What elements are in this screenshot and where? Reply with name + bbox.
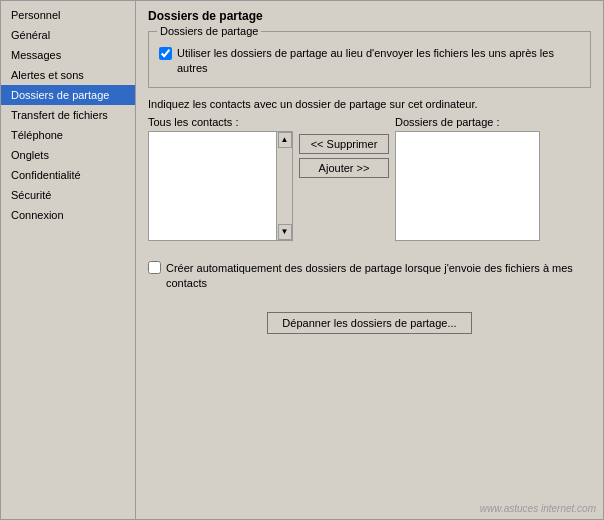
sidebar-item-securite[interactable]: Sécurité — [1, 185, 135, 205]
sidebar-item-personnel[interactable]: Personnel — [1, 5, 135, 25]
listbox-scrollbar[interactable]: ▲ ▼ — [276, 132, 292, 240]
sidebar-item-confidentialite[interactable]: Confidentialité — [1, 165, 135, 185]
checkbox1-row: Utiliser les dossiers de partage au lieu… — [159, 46, 580, 77]
contacts-description: Indiquez les contacts avec un dossier de… — [148, 98, 591, 110]
troubleshoot-button[interactable]: Dépanner les dossiers de partage... — [267, 312, 471, 334]
remove-button[interactable]: << Supprimer — [299, 134, 389, 154]
scroll-up-arrow[interactable]: ▲ — [278, 132, 292, 148]
troubleshoot-container: Dépanner les dossiers de partage... — [148, 312, 591, 334]
all-contacts-col: Tous les contacts : ▲ ▼ — [148, 116, 293, 241]
all-contacts-listbox[interactable]: ▲ ▼ — [148, 131, 293, 241]
share-folders-listbox[interactable] — [395, 131, 540, 241]
checkbox2-input[interactable] — [148, 261, 161, 274]
sidebar-item-onglets[interactable]: Onglets — [1, 145, 135, 165]
checkbox1-input[interactable] — [159, 47, 172, 60]
sidebar-item-messages[interactable]: Messages — [1, 45, 135, 65]
sidebar: Personnel Général Messages Alertes et so… — [1, 1, 136, 519]
action-buttons: << Supprimer Ajouter >> — [299, 116, 389, 178]
content-area: Dossiers de partage Dossiers de partage … — [136, 1, 603, 519]
share-folders-col: Dossiers de partage : — [395, 116, 540, 241]
share-folders-label: Dossiers de partage : — [395, 116, 540, 128]
watermark: www.astuces internet.com — [480, 503, 596, 514]
contacts-columns: Tous les contacts : ▲ ▼ << Supprimer Ajo… — [148, 116, 591, 241]
checkbox2-row: Créer automatiquement des dossiers de pa… — [148, 261, 591, 292]
scroll-down-arrow[interactable]: ▼ — [278, 224, 292, 240]
bottom-section: Créer automatiquement des dossiers de pa… — [148, 261, 591, 334]
page-title: Dossiers de partage — [148, 9, 591, 23]
sidebar-item-dossiers[interactable]: Dossiers de partage — [1, 85, 135, 105]
sidebar-item-transfert[interactable]: Transfert de fichiers — [1, 105, 135, 125]
scroll-track — [278, 148, 292, 224]
sidebar-item-telephone[interactable]: Téléphone — [1, 125, 135, 145]
group-box-title: Dossiers de partage — [157, 25, 261, 37]
checkbox1-label: Utiliser les dossiers de partage au lieu… — [177, 46, 580, 77]
sidebar-item-connexion[interactable]: Connexion — [1, 205, 135, 225]
all-contacts-label: Tous les contacts : — [148, 116, 293, 128]
group-box-dossiers: Dossiers de partage Utiliser les dossier… — [148, 31, 591, 88]
sidebar-item-general[interactable]: Général — [1, 25, 135, 45]
checkbox2-label: Créer automatiquement des dossiers de pa… — [166, 261, 591, 292]
contacts-section: Indiquez les contacts avec un dossier de… — [148, 98, 591, 241]
sidebar-item-alertes[interactable]: Alertes et sons — [1, 65, 135, 85]
add-button[interactable]: Ajouter >> — [299, 158, 389, 178]
